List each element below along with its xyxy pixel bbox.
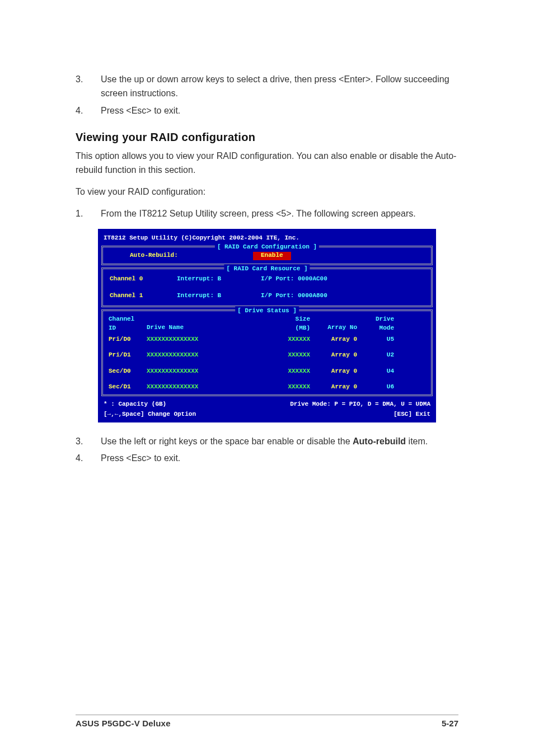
ip-port-label: I/P Port: 0000A800 xyxy=(261,291,327,300)
footer-model: ASUS P5GDC-V Deluxe xyxy=(76,719,171,728)
section-heading: Viewing your RAID configuration xyxy=(76,131,458,144)
drive-mode-value: U6 xyxy=(360,382,394,392)
drive-id: Pri/D0 xyxy=(109,335,147,344)
bios-footer-row1: * : Capacity (GB) Drive Mode: P = PIO, D… xyxy=(98,398,436,409)
drive-name-value: XXXXXXXXXXXXXX xyxy=(147,350,275,360)
panel-legend: [ RAID Card Configuration ] xyxy=(215,242,319,252)
drive-name-value: XXXXXXXXXXXXXX xyxy=(147,335,275,344)
drive-row: Pri/D1 XXXXXXXXXXXXXX XXXXXX Array 0 U2 xyxy=(107,350,427,360)
lead-paragraph: To view your RAID configuration: xyxy=(76,185,458,199)
drive-mode-legend: Drive Mode: P = PIO, D = DMA, U = UDMA xyxy=(290,400,430,409)
drive-size-value: XXXXXX xyxy=(275,382,310,392)
step-text: Use the left or right keys or the space … xyxy=(101,435,458,449)
drive-row: Sec/D0 XXXXXXXXXXXXXX XXXXXX Array 0 U4 xyxy=(107,367,427,376)
bios-footer-row2: [→,←,Space] Change Option [ESC] Exit xyxy=(98,408,436,419)
step-num: 4. xyxy=(76,452,101,466)
drive-row: Pri/D0 XXXXXXXXXXXXXX XXXXXX Array 0 U5 xyxy=(107,335,427,344)
step-1: 1. From the IT8212 Setup Utility screen,… xyxy=(76,207,458,221)
drive-mode-value: U4 xyxy=(360,367,394,376)
change-option-hint: [→,←,Space] Change Option xyxy=(104,410,196,419)
step-4b: 4. Press <Esc> to exit. xyxy=(76,452,458,466)
step-3b: 3. Use the left or right keys or the spa… xyxy=(76,435,458,449)
channel-0-row: Channel 0 Interrupt: B I/P Port: 0000AC0… xyxy=(107,274,427,284)
step-text-post: item. xyxy=(406,436,428,446)
page-footer: ASUS P5GDC-V Deluxe 5-27 xyxy=(76,715,458,728)
auto-rebuild-bold: Auto-rebuild xyxy=(353,436,406,446)
drive-array-value: Array 0 xyxy=(310,350,360,360)
raid-config-panel: [ RAID Card Configuration ] Auto-Rebuild… xyxy=(101,246,433,265)
auto-rebuild-label: Auto-Rebuild: xyxy=(130,251,253,260)
drive-id: Pri/D1 xyxy=(109,350,147,360)
channel-label: Channel 0 xyxy=(110,274,177,284)
step-text: Use the up or down arrow keys to select … xyxy=(101,73,458,101)
step-num: 4. xyxy=(76,104,101,118)
step-text-pre: Use the left or right keys or the space … xyxy=(101,436,353,446)
auto-rebuild-value[interactable]: Enable xyxy=(253,251,291,260)
drive-id: Sec/D0 xyxy=(109,367,147,376)
panel-legend: [ RAID Card Resource ] xyxy=(224,264,310,274)
step-4: 4. Press <Esc> to exit. xyxy=(76,104,458,118)
interrupt-label: Interrupt: B xyxy=(177,274,261,284)
col-channel-id: ChannelID xyxy=(109,314,147,333)
step-text: From the IT8212 Setup Utility screen, pr… xyxy=(101,207,458,221)
drive-array-value: Array 0 xyxy=(310,335,360,344)
auto-rebuild-row: Auto-Rebuild: Enable xyxy=(107,251,427,260)
step-text: Press <Esc> to exit. xyxy=(101,104,458,118)
drive-array-value: Array 0 xyxy=(310,382,360,392)
drive-status-panel: [ Drive Status ] ChannelID Drive Name Si… xyxy=(101,309,433,396)
drive-mode-value: U5 xyxy=(360,335,394,344)
col-drive-mode: DriveMode xyxy=(360,314,394,333)
step-num: 1. xyxy=(76,207,101,221)
step-text: Press <Esc> to exit. xyxy=(101,452,458,466)
bios-screenshot: IT8212 Setup Utility (C)Copyright 2002-2… xyxy=(98,229,436,422)
intro-paragraph: This option allows you to view your RAID… xyxy=(76,149,458,177)
panel-legend: [ Drive Status ] xyxy=(235,306,299,316)
col-size: Size(MB) xyxy=(275,314,310,333)
footer-page-number: 5-27 xyxy=(442,719,458,728)
raid-resource-panel: [ RAID Card Resource ] Channel 0 Interru… xyxy=(101,267,433,307)
channel-label: Channel 1 xyxy=(110,291,177,300)
channel-1-row: Channel 1 Interrupt: B I/P Port: 0000A80… xyxy=(107,291,427,300)
drive-size-value: XXXXXX xyxy=(275,350,310,360)
interrupt-label: Interrupt: B xyxy=(177,291,261,300)
step-num: 3. xyxy=(76,435,101,449)
drive-name-value: XXXXXXXXXXXXXX xyxy=(147,382,275,392)
drive-mode-value: U2 xyxy=(360,350,394,360)
drive-status-header: ChannelID Drive Name Size(MB) Array No D… xyxy=(107,314,427,333)
ip-port-label: I/P Port: 0000AC00 xyxy=(261,274,327,284)
drive-row: Sec/D1 XXXXXXXXXXXXXX XXXXXX Array 0 U6 xyxy=(107,382,427,392)
drive-array-value: Array 0 xyxy=(310,367,360,376)
col-drive-name: Drive Name xyxy=(147,314,275,333)
drive-id: Sec/D1 xyxy=(109,382,147,392)
col-array-no: Array No xyxy=(310,314,360,333)
drive-size-value: XXXXXX xyxy=(275,367,310,376)
drive-name-value: XXXXXXXXXXXXXX xyxy=(147,367,275,376)
step-3: 3. Use the up or down arrow keys to sele… xyxy=(76,73,458,101)
step-num: 3. xyxy=(76,73,101,101)
esc-exit-hint: [ESC] Exit xyxy=(394,410,430,419)
drive-size-value: XXXXXX xyxy=(275,335,310,344)
capacity-legend: * : Capacity (GB) xyxy=(104,400,166,409)
